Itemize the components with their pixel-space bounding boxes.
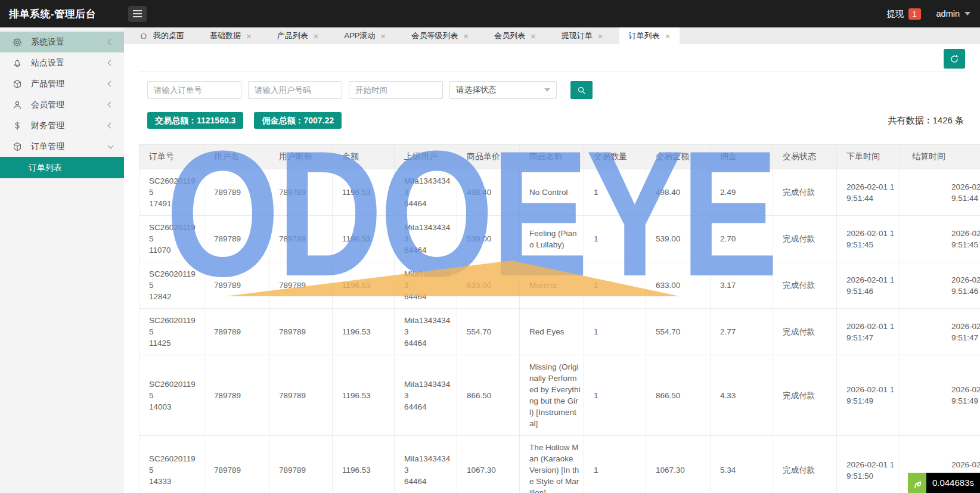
- hamburger-icon: [133, 10, 142, 11]
- withdraw-label: 提现: [887, 8, 904, 20]
- cell-qty: 1: [584, 355, 646, 436]
- orders-table-wrap: 订单号用户名用户昵称余额上级用户商品单价商品名称交易数量交易金额佣金交易状态下单…: [139, 144, 965, 493]
- sidebar-item-订单管理[interactable]: 订单管理: [0, 136, 124, 157]
- cell-commission: 2.77: [711, 309, 773, 355]
- cell-amount: 866.50: [646, 355, 711, 436]
- cell-nickname: 789789: [269, 436, 333, 493]
- tab-基础数据[interactable]: 基础数据×: [200, 27, 261, 44]
- tab-订单列表[interactable]: 订单列表×: [619, 27, 680, 44]
- user-menu[interactable]: admin: [936, 9, 971, 18]
- sidebar-item-label: 站点设置: [31, 58, 108, 69]
- cell-status: 完成付款: [773, 169, 837, 216]
- cell-balance: 1196.53: [333, 169, 395, 216]
- cell-commission: 2.49: [711, 169, 773, 216]
- leaf-icon: [910, 476, 923, 489]
- tab-label: 会员列表: [494, 30, 525, 41]
- thinkphp-logo-icon[interactable]: [908, 473, 926, 493]
- table-row: SC260201195128427897897897891196.53Mila1…: [139, 262, 980, 309]
- cell-settle_time: 2026-02-01 19:51:44: [900, 169, 980, 216]
- cell-order_no: SC26020119511070: [139, 216, 204, 262]
- status-select-value: 请选择状态: [456, 85, 544, 95]
- tab-close-icon[interactable]: ×: [381, 32, 386, 41]
- commission-total-badge: 佣金总额：7007.22: [254, 112, 342, 129]
- cell-qty: 1: [584, 262, 646, 309]
- bell-icon: [12, 58, 23, 69]
- chevron-left-icon: [108, 102, 114, 108]
- sidebar-item-站点设置[interactable]: 站点设置: [0, 52, 124, 73]
- cell-amount: 498.40: [646, 169, 711, 216]
- cell-username: 789789: [204, 309, 269, 355]
- cell-price: 498.40: [457, 169, 520, 216]
- tab-APP滚动[interactable]: APP滚动×: [335, 27, 396, 44]
- toolbar-row: [139, 44, 965, 72]
- search-button[interactable]: [570, 81, 593, 99]
- cell-parent: Mila1343434364464: [395, 436, 457, 493]
- tab-label: 订单列表: [629, 30, 660, 41]
- tab-会员列表[interactable]: 会员列表×: [485, 27, 545, 44]
- cell-order_time: 2026-02-01 19:51:49: [837, 355, 900, 436]
- table-row: SC260201195114257897897897891196.53Mila1…: [139, 309, 980, 355]
- cell-commission: 4.33: [711, 355, 773, 436]
- cell-product: Morena: [520, 262, 584, 309]
- record-count: 共有数据：1426 条: [888, 115, 964, 126]
- gear-icon: [12, 37, 23, 48]
- tab-close-icon[interactable]: ×: [314, 32, 319, 41]
- cell-qty: 1: [584, 169, 646, 216]
- refresh-button[interactable]: [944, 49, 965, 69]
- column-header: 用户名: [204, 145, 269, 169]
- chevron-left-icon: [108, 39, 114, 45]
- sidebar-item-系统设置[interactable]: 系统设置: [0, 32, 124, 52]
- tab-close-icon[interactable]: ×: [531, 32, 536, 41]
- column-header: 商品名称: [520, 145, 584, 169]
- stats-row: 交易总额：1121560.3 佣金总额：7007.22 共有数据：1426 条: [147, 112, 965, 129]
- sidebar-item-会员管理[interactable]: 会员管理: [0, 94, 124, 115]
- dollar-icon: [12, 120, 23, 131]
- caret-down-icon: [544, 88, 550, 92]
- orders-table: 订单号用户名用户昵称余额上级用户商品单价商品名称交易数量交易金额佣金交易状态下单…: [139, 144, 980, 493]
- topbar-right: 提现 1 admin: [887, 8, 971, 20]
- cell-order_time: 2026-02-01 19:51:46: [837, 262, 900, 309]
- cell-price: 539.00: [457, 216, 520, 262]
- content-panel: 请选择状态 交易总额：1121560.3 佣金总额：7007.22 共有数据：1…: [124, 44, 980, 493]
- sidebar-item-产品管理[interactable]: 产品管理: [0, 73, 124, 94]
- cell-status: 完成付款: [773, 309, 837, 355]
- cell-settle_time: 2026-02-01 19:51:49: [900, 355, 980, 436]
- chevron-left-icon: [108, 81, 114, 87]
- sidebar-item-财务管理[interactable]: 财务管理: [0, 115, 124, 136]
- cell-amount: 633.00: [646, 262, 711, 309]
- column-header: 余额: [333, 145, 395, 169]
- cell-qty: 1: [584, 309, 646, 355]
- cell-order_no: SC26020119511425: [139, 309, 204, 355]
- cell-nickname: 789789: [269, 262, 333, 309]
- start-time-input[interactable]: [349, 81, 443, 99]
- cell-balance: 1196.53: [333, 436, 395, 493]
- cell-price: 633.00: [457, 262, 520, 309]
- tab-close-icon[interactable]: ×: [246, 32, 252, 41]
- cell-product: The Hollow Man (Karaoke Version) [In the…: [520, 436, 584, 493]
- tab-close-icon[interactable]: ×: [665, 32, 671, 41]
- cell-parent: Mila1343434364464: [395, 309, 457, 355]
- cell-amount: 539.00: [646, 216, 711, 262]
- tab-label: 我的桌面: [153, 30, 184, 41]
- table-row: SC260201195140037897897897891196.53Mila1…: [139, 355, 980, 436]
- tab-close-icon[interactable]: ×: [598, 32, 603, 41]
- withdraw-link[interactable]: 提现 1: [887, 8, 921, 20]
- cell-order_no: SC26020119517491: [139, 169, 204, 216]
- tab-label: 会员等级列表: [411, 30, 458, 41]
- order-no-input[interactable]: [147, 81, 241, 99]
- tab-会员等级列表[interactable]: 会员等级列表×: [402, 27, 478, 44]
- tab-产品列表[interactable]: 产品列表×: [268, 27, 328, 44]
- tab-close-icon[interactable]: ×: [463, 32, 469, 41]
- status-select[interactable]: 请选择状态: [449, 81, 557, 99]
- menu-toggle-button[interactable]: [128, 6, 147, 22]
- main-area: 我的桌面基础数据×产品列表×APP滚动×会员等级列表×会员列表×提现订单×订单列…: [124, 27, 980, 493]
- sidebar-subitem-订单列表[interactable]: 订单列表: [0, 157, 124, 178]
- user-no-input[interactable]: [248, 81, 342, 99]
- cell-nickname: 789789: [269, 169, 333, 216]
- tab-提现订单[interactable]: 提现订单×: [552, 27, 613, 44]
- cube-icon: [12, 79, 23, 89]
- cell-parent: Mila1343434364464: [395, 355, 457, 436]
- tab-我的桌面[interactable]: 我的桌面: [130, 27, 194, 44]
- sidebar-item-label: 财务管理: [31, 120, 108, 131]
- cell-nickname: 789789: [269, 309, 333, 355]
